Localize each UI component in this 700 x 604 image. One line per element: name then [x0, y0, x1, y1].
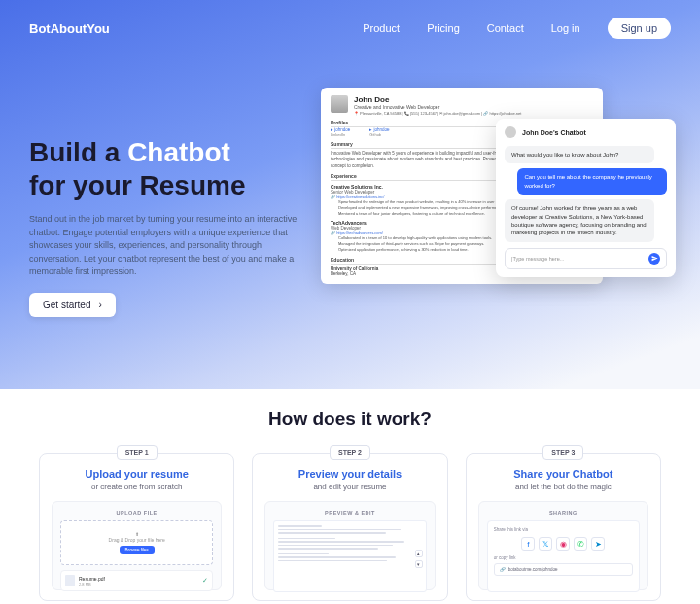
document-preview: ▴ ▾ — [273, 520, 426, 592]
nav-pricing[interactable]: Pricing — [427, 22, 460, 34]
signup-button[interactable]: Sign up — [608, 18, 671, 39]
step-1-preview-label: UPLOAD FILE — [60, 510, 213, 515]
step-3-badge: STEP 3 — [542, 445, 583, 460]
link-icon: 🔗 — [500, 567, 506, 572]
hero-title-pre: Build a — [29, 137, 127, 167]
step-2-badge: STEP 2 — [330, 445, 370, 460]
upload-dropzone[interactable]: ⬆ Drag & Drop your file here Browse file… — [60, 520, 213, 565]
chat-input[interactable]: |Type message here... — [505, 248, 667, 269]
chatbot-card: John Doe's Chatbot What would you like t… — [496, 119, 676, 277]
chat-user-msg: Can you tell me about the company he pre… — [517, 168, 667, 195]
resume-role: Creative and Innovative Web Developer — [354, 104, 521, 110]
share-link-text: botaboutme.com/johndoe — [508, 567, 558, 572]
hero-title: Build a Chatbot for your Resume — [29, 136, 301, 201]
file-size: 2.8 MB — [79, 582, 198, 586]
hero-title-accent: Chatbot — [127, 137, 230, 167]
step-1-sub: or create one from scratch — [52, 482, 222, 491]
logo[interactable]: BotAboutYou — [29, 21, 110, 36]
avatar — [331, 95, 348, 113]
chat-title: John Doe's Chatbot — [522, 129, 586, 136]
step-2-card: STEP 2 Preview your details and edit you… — [252, 453, 447, 601]
step-2-title: Preview your details — [264, 468, 435, 480]
facebook-icon[interactable]: f — [521, 537, 535, 551]
step-1-badge: STEP 1 — [117, 445, 158, 460]
file-icon — [65, 575, 75, 586]
step-2-preview-label: PREVIEW & EDIT — [273, 510, 426, 515]
resume-name: John Doe — [354, 95, 521, 104]
hero-description: Stand out in the job market by turning y… — [29, 213, 301, 279]
get-started-button[interactable]: Get started › — [29, 293, 116, 317]
check-icon: ✓ — [202, 577, 208, 585]
step-3-sub: and let the bot do the magic — [478, 482, 648, 491]
send-icon[interactable] — [648, 253, 660, 265]
uploaded-file-row: Resume.pdf 2.8 MB ✓ — [60, 570, 213, 591]
twitter-icon[interactable]: 𝕏 — [539, 537, 552, 551]
page-up-button[interactable]: ▴ — [415, 550, 423, 557]
chat-avatar — [505, 126, 516, 138]
chat-bot-msg-2: Of course! John worked for three years a… — [505, 199, 654, 242]
step-3-preview-label: SHARING — [487, 510, 640, 515]
drop-text: Drag & Drop your file here — [67, 537, 206, 543]
chat-bot-msg-1: What would you like to know about John? — [505, 146, 654, 163]
chat-placeholder: |Type message here... — [511, 256, 648, 262]
hero-title-post: for your Resume — [29, 170, 246, 200]
step-1-card: STEP 1 Upload your resume or create one … — [39, 453, 234, 601]
share-link-field[interactable]: 🔗 botaboutme.com/johndoe — [494, 563, 633, 576]
whatsapp-icon[interactable]: ✆ — [574, 537, 587, 551]
step-3-card: STEP 3 Share your Chatbot and let the bo… — [466, 453, 661, 601]
share-via-label: Share this link via — [494, 527, 633, 532]
edu-location: Berkeley, CA — [331, 271, 378, 276]
nav-product[interactable]: Product — [363, 22, 400, 34]
copy-link-label: or copy link — [494, 555, 633, 560]
login-link[interactable]: Log in — [551, 22, 580, 34]
page-down-button[interactable]: ▾ — [415, 560, 423, 568]
step-2-sub: and edit your resume — [264, 482, 435, 491]
step-3-title: Share your Chatbot — [478, 468, 648, 480]
chevron-right-icon: › — [98, 300, 101, 310]
top-nav: BotAboutYou Product Pricing Contact Log … — [29, 18, 671, 39]
browse-button[interactable]: Browse files — [120, 546, 155, 554]
telegram-icon[interactable]: ➤ — [591, 537, 605, 551]
get-started-label: Get started — [43, 300, 90, 310]
step-1-title: Upload your resume — [52, 468, 222, 480]
resume-contact: 📍 Pleasantville, CA 94588 | 📞 (555) 123-… — [354, 111, 521, 116]
how-title: How does it work? — [39, 409, 661, 430]
nav-contact[interactable]: Contact — [487, 22, 524, 34]
instagram-icon[interactable]: ◉ — [556, 537, 570, 551]
